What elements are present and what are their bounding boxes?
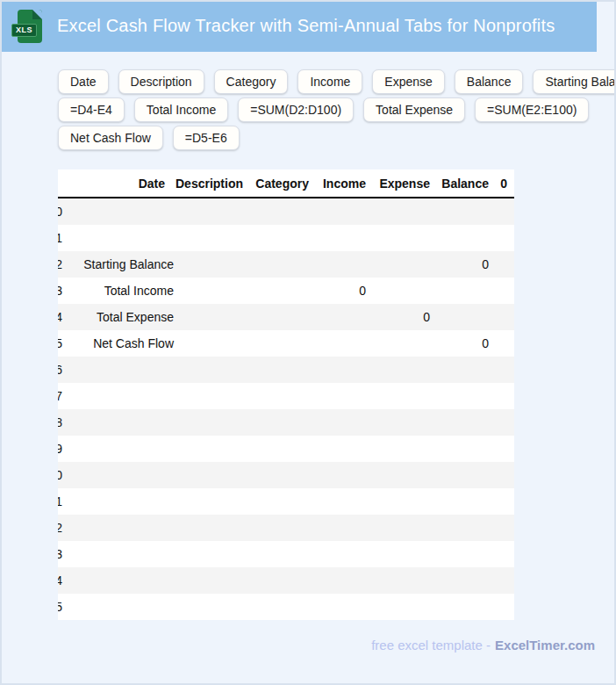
balance-cell — [441, 462, 499, 488]
table-row: 15 — [58, 594, 514, 620]
income-cell — [319, 383, 376, 409]
formula-chip[interactable]: =SUM(D2:D100) — [238, 97, 354, 122]
expense-cell — [376, 357, 441, 383]
formula-chip[interactable]: =D4-E4 — [58, 97, 125, 122]
income-cell — [319, 357, 376, 383]
formula-chip[interactable]: Balance — [455, 69, 524, 94]
formula-chip[interactable]: Total Expense — [363, 97, 465, 122]
description-cell — [175, 594, 254, 620]
formula-chip[interactable]: Total Income — [134, 97, 228, 122]
income-cell — [319, 198, 376, 225]
date-cell: Total Income — [63, 278, 175, 304]
category-cell — [254, 357, 319, 383]
footer-text: free excel template - — [371, 638, 491, 653]
footer-brand-link[interactable]: ExcelTimer.com — [495, 638, 595, 653]
expense-cell — [376, 330, 441, 357]
description-cell — [175, 383, 254, 409]
date-cell — [63, 594, 175, 620]
date-cell: Net Cash Flow — [63, 330, 175, 357]
income-cell — [319, 225, 376, 251]
description-cell — [175, 567, 254, 594]
category-cell — [254, 304, 319, 330]
extra-cell — [499, 409, 514, 436]
extra-cell — [499, 251, 514, 278]
formula-chip[interactable]: Expense — [372, 69, 444, 94]
category-cell — [254, 409, 319, 436]
expense-cell — [376, 462, 441, 488]
category-cell — [254, 436, 319, 462]
balance-cell — [441, 278, 499, 304]
extra-cell — [499, 488, 514, 515]
chip-row: =D4-E4Total Income=SUM(D2:D100)Total Exp… — [58, 97, 598, 122]
balance-cell — [441, 567, 499, 594]
date-cell — [63, 436, 175, 462]
table-row: 9 — [58, 436, 514, 462]
footer: free excel template -ExcelTimer.com — [2, 638, 614, 653]
expense-cell — [376, 436, 441, 462]
column-header: Description — [175, 169, 254, 198]
formula-chip[interactable]: Net Cash Flow — [58, 126, 163, 150]
header-banner: XLS Excel Cash Flow Tracker with Semi-An… — [0, 0, 597, 52]
date-cell — [63, 357, 175, 383]
balance-cell — [441, 357, 499, 383]
description-cell — [175, 251, 254, 278]
balance-cell — [441, 409, 499, 436]
date-cell — [63, 567, 175, 594]
extra-cell — [499, 462, 514, 488]
xls-badge-label: XLS — [11, 24, 37, 37]
description-cell — [175, 488, 254, 515]
income-cell — [319, 515, 376, 541]
description-cell — [175, 515, 254, 541]
date-cell — [63, 462, 175, 488]
table-row: 10 — [58, 462, 514, 488]
table-row: 13 — [58, 541, 514, 567]
category-cell — [254, 198, 319, 225]
table-row: 0 — [58, 198, 514, 225]
formula-chip[interactable]: Category — [214, 69, 289, 94]
expense-cell — [376, 278, 441, 304]
date-cell — [63, 225, 175, 251]
category-cell — [254, 278, 319, 304]
description-cell — [175, 541, 254, 567]
balance-cell — [441, 541, 499, 567]
table-row: 1 — [58, 225, 514, 251]
table-row: 7 — [58, 383, 514, 409]
balance-cell — [441, 198, 499, 225]
income-cell: 0 — [319, 278, 376, 304]
expense-cell — [376, 251, 441, 278]
income-cell — [319, 251, 376, 278]
date-cell — [63, 515, 175, 541]
date-cell — [63, 383, 175, 409]
balance-cell — [441, 436, 499, 462]
category-cell — [254, 541, 319, 567]
extra-cell — [499, 541, 514, 567]
formula-chip[interactable]: Starting Balance — [533, 69, 616, 94]
table-row: 6 — [58, 357, 514, 383]
category-cell — [254, 330, 319, 357]
extra-cell — [499, 304, 514, 330]
column-header: 0 — [499, 169, 514, 198]
formula-chip[interactable]: =D5-E6 — [173, 126, 240, 150]
income-cell — [319, 488, 376, 515]
extra-cell — [499, 436, 514, 462]
table-row: 4 Total Expense 0 — [58, 304, 514, 330]
table-row: 11 — [58, 488, 514, 515]
income-cell — [319, 436, 376, 462]
expense-cell — [376, 515, 441, 541]
balance-cell — [441, 225, 499, 251]
category-cell — [254, 462, 319, 488]
category-cell — [254, 567, 319, 594]
formula-chip[interactable]: =SUM(E2:E100) — [475, 97, 589, 122]
formula-chip[interactable]: Description — [118, 69, 204, 94]
extra-cell — [499, 383, 514, 409]
balance-cell — [441, 383, 499, 409]
description-cell — [175, 357, 254, 383]
formula-chip[interactable]: Income — [297, 69, 362, 94]
category-cell — [254, 225, 319, 251]
income-cell — [319, 409, 376, 436]
income-cell — [319, 304, 376, 330]
formula-chip[interactable]: Date — [58, 69, 109, 94]
table-row: 12 — [58, 515, 514, 541]
column-header: Category — [254, 169, 319, 198]
spreadsheet-table: DateDescriptionCategoryIncomeExpenseBala… — [58, 169, 514, 620]
